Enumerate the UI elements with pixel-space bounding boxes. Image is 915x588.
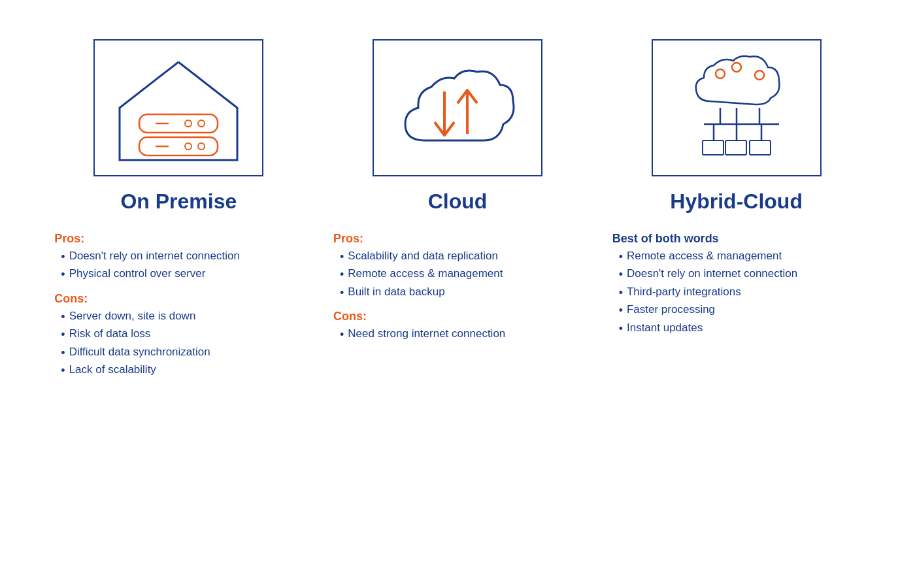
svg-rect-4 [139, 137, 218, 155]
svg-point-7 [198, 143, 205, 150]
list-item: Risk of data loss [61, 327, 303, 342]
on-premise-pros-label: Pros: [54, 232, 303, 246]
on-premise-cons-label: Cons: [54, 292, 303, 306]
list-item: Physical control over server [61, 267, 303, 282]
on-premise-title: On Premise [120, 189, 237, 214]
cloud-pros-label: Pros: [333, 232, 582, 246]
cloud-icon-box [373, 39, 542, 176]
cloud-column: Cloud Pros: Scalability and data replica… [333, 39, 582, 346]
cloud-pros-list: Scalability and data replication Remote … [333, 250, 582, 301]
list-item: Doesn't rely on internet connection [61, 250, 303, 265]
hybrid-cloud-pros-list: Remote access & management Doesn't rely … [612, 250, 861, 336]
on-premise-pros-list: Doesn't rely on internet connection Phys… [54, 250, 303, 283]
hybrid-cloud-title: Hybrid-Cloud [670, 189, 803, 214]
list-item: Third-party integrations [619, 286, 861, 301]
list-item: Instant updates [619, 321, 861, 336]
list-item: Faster processing [619, 303, 861, 318]
on-premise-cons-list: Server down, site is down Risk of data l… [54, 310, 303, 379]
svg-point-12 [755, 71, 764, 80]
hybrid-cloud-column: Hybrid-Cloud Best of both words Remote a… [612, 39, 861, 339]
list-item: Difficult data synchronization [61, 346, 303, 361]
svg-point-10 [716, 69, 725, 78]
svg-rect-24 [750, 140, 771, 155]
on-premise-content: Pros: Doesn't rely on internet connectio… [54, 225, 303, 381]
svg-point-11 [732, 63, 741, 72]
list-item: Remote access & management [340, 267, 582, 282]
svg-point-2 [185, 120, 191, 127]
hybrid-cloud-content: Best of both words Remote access & manag… [612, 225, 861, 339]
list-item: Built in data backup [340, 286, 582, 301]
svg-rect-22 [725, 140, 746, 155]
hybrid-cloud-intro-label: Best of both words [612, 232, 861, 246]
cloud-title: Cloud [428, 189, 488, 214]
list-item: Lack of scalability [61, 363, 303, 378]
on-premise-icon-box [93, 39, 263, 176]
list-item: Scalability and data replication [340, 250, 582, 265]
cloud-cons-list: Need strong internet connection [333, 327, 582, 342]
list-item: Server down, site is down [61, 310, 303, 325]
svg-point-3 [198, 120, 205, 127]
cloud-cons-label: Cons: [333, 310, 582, 323]
list-item: Doesn't rely on internet connection [619, 267, 861, 282]
on-premise-column: On Premise Pros: Doesn't rely on interne… [54, 39, 303, 381]
list-item: Remote access & management [619, 250, 861, 265]
svg-rect-0 [139, 114, 218, 133]
hybrid-cloud-icon-box [652, 39, 822, 176]
svg-rect-20 [703, 140, 724, 155]
list-item: Need strong internet connection [340, 327, 582, 342]
svg-point-6 [185, 143, 191, 150]
main-container: On Premise Pros: Doesn't rely on interne… [0, 0, 915, 407]
cloud-content: Pros: Scalability and data replication R… [333, 225, 582, 346]
